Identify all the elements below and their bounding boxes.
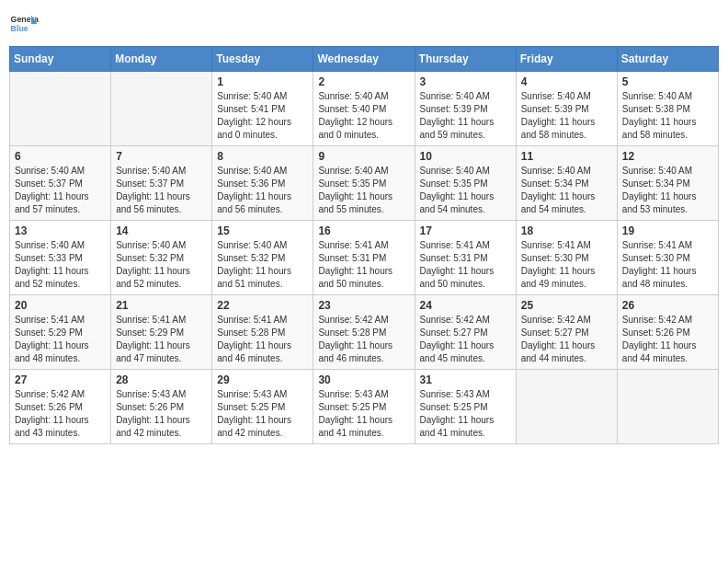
day-info: Sunrise: 5:42 AMSunset: 5:27 PMDaylight:… (420, 314, 511, 365)
day-of-week-header: Tuesday (212, 47, 313, 72)
calendar-cell: 26Sunrise: 5:42 AMSunset: 5:26 PMDayligh… (617, 295, 718, 370)
calendar-cell: 28Sunrise: 5:43 AMSunset: 5:26 PMDayligh… (111, 370, 212, 444)
calendar-cell: 13Sunrise: 5:40 AMSunset: 5:33 PMDayligh… (10, 221, 111, 295)
calendar-cell: 31Sunrise: 5:43 AMSunset: 5:25 PMDayligh… (415, 370, 516, 444)
day-number: 5 (622, 75, 713, 88)
calendar-cell: 29Sunrise: 5:43 AMSunset: 5:25 PMDayligh… (212, 370, 313, 444)
calendar-cell: 20Sunrise: 5:41 AMSunset: 5:29 PMDayligh… (10, 295, 111, 370)
day-info: Sunrise: 5:42 AMSunset: 5:26 PMDaylight:… (15, 388, 106, 440)
calendar-cell: 15Sunrise: 5:40 AMSunset: 5:32 PMDayligh… (212, 221, 313, 295)
day-of-week-header: Monday (111, 47, 212, 72)
calendar-cell: 16Sunrise: 5:41 AMSunset: 5:31 PMDayligh… (313, 221, 415, 295)
day-number: 22 (217, 299, 308, 312)
day-number: 6 (15, 150, 106, 163)
day-number: 29 (217, 373, 308, 386)
calendar-cell (111, 72, 212, 146)
day-info: Sunrise: 5:41 AMSunset: 5:30 PMDaylight:… (521, 239, 612, 291)
day-of-week-header: Wednesday (313, 47, 415, 72)
day-info: Sunrise: 5:41 AMSunset: 5:31 PMDaylight:… (318, 239, 409, 291)
calendar-cell: 12Sunrise: 5:40 AMSunset: 5:34 PMDayligh… (617, 146, 718, 221)
day-info: Sunrise: 5:41 AMSunset: 5:29 PMDaylight:… (116, 314, 207, 365)
calendar-cell: 21Sunrise: 5:41 AMSunset: 5:29 PMDayligh… (111, 295, 212, 370)
day-of-week-header: Sunday (10, 47, 111, 72)
calendar-cell (10, 72, 111, 146)
calendar-cell: 23Sunrise: 5:42 AMSunset: 5:28 PMDayligh… (313, 295, 415, 370)
day-number: 3 (420, 75, 511, 88)
calendar-cell: 14Sunrise: 5:40 AMSunset: 5:32 PMDayligh… (111, 221, 212, 295)
day-number: 13 (15, 224, 106, 237)
day-info: Sunrise: 5:40 AMSunset: 5:37 PMDaylight:… (15, 165, 106, 216)
day-info: Sunrise: 5:40 AMSunset: 5:32 PMDaylight:… (217, 239, 308, 291)
calendar-cell: 19Sunrise: 5:41 AMSunset: 5:30 PMDayligh… (617, 221, 718, 295)
logo-icon: General Blue (9, 9, 39, 39)
day-info: Sunrise: 5:43 AMSunset: 5:25 PMDaylight:… (318, 388, 409, 440)
calendar-cell: 25Sunrise: 5:42 AMSunset: 5:27 PMDayligh… (516, 295, 617, 370)
day-info: Sunrise: 5:42 AMSunset: 5:28 PMDaylight:… (318, 314, 409, 365)
day-number: 4 (521, 75, 612, 88)
day-number: 2 (318, 75, 409, 88)
calendar-cell (516, 370, 617, 444)
calendar-cell: 7Sunrise: 5:40 AMSunset: 5:37 PMDaylight… (111, 146, 212, 221)
day-info: Sunrise: 5:40 AMSunset: 5:35 PMDaylight:… (318, 165, 409, 216)
day-info: Sunrise: 5:40 AMSunset: 5:33 PMDaylight:… (15, 239, 106, 291)
day-info: Sunrise: 5:41 AMSunset: 5:28 PMDaylight:… (217, 314, 308, 365)
day-info: Sunrise: 5:41 AMSunset: 5:29 PMDaylight:… (15, 314, 106, 365)
day-number: 31 (420, 373, 511, 386)
calendar-week-row: 20Sunrise: 5:41 AMSunset: 5:29 PMDayligh… (10, 295, 719, 370)
svg-text:Blue: Blue (11, 24, 28, 33)
day-number: 8 (217, 150, 308, 163)
day-info: Sunrise: 5:43 AMSunset: 5:25 PMDaylight:… (217, 388, 308, 440)
day-number: 7 (116, 150, 207, 163)
day-number: 18 (521, 224, 612, 237)
day-number: 24 (420, 299, 511, 312)
day-info: Sunrise: 5:40 AMSunset: 5:34 PMDaylight:… (622, 165, 713, 216)
calendar-body: 1Sunrise: 5:40 AMSunset: 5:41 PMDaylight… (10, 72, 719, 444)
day-info: Sunrise: 5:43 AMSunset: 5:25 PMDaylight:… (420, 388, 511, 440)
day-info: Sunrise: 5:42 AMSunset: 5:26 PMDaylight:… (622, 314, 713, 365)
page-header: General Blue (9, 9, 719, 39)
day-info: Sunrise: 5:40 AMSunset: 5:36 PMDaylight:… (217, 165, 308, 216)
calendar-cell: 11Sunrise: 5:40 AMSunset: 5:34 PMDayligh… (516, 146, 617, 221)
day-number: 9 (318, 150, 409, 163)
day-number: 12 (622, 150, 713, 163)
calendar-week-row: 1Sunrise: 5:40 AMSunset: 5:41 PMDaylight… (10, 72, 719, 146)
calendar-cell: 8Sunrise: 5:40 AMSunset: 5:36 PMDaylight… (212, 146, 313, 221)
day-of-week-header: Thursday (415, 47, 516, 72)
day-number: 21 (116, 299, 207, 312)
day-number: 15 (217, 224, 308, 237)
day-number: 23 (318, 299, 409, 312)
day-info: Sunrise: 5:41 AMSunset: 5:30 PMDaylight:… (622, 239, 713, 291)
day-info: Sunrise: 5:40 AMSunset: 5:39 PMDaylight:… (521, 90, 612, 142)
day-info: Sunrise: 5:40 AMSunset: 5:35 PMDaylight:… (420, 165, 511, 216)
calendar-week-row: 6Sunrise: 5:40 AMSunset: 5:37 PMDaylight… (10, 146, 719, 221)
day-info: Sunrise: 5:41 AMSunset: 5:31 PMDaylight:… (420, 239, 511, 291)
calendar-cell: 3Sunrise: 5:40 AMSunset: 5:39 PMDaylight… (415, 72, 516, 146)
calendar-cell: 6Sunrise: 5:40 AMSunset: 5:37 PMDaylight… (10, 146, 111, 221)
calendar-week-row: 27Sunrise: 5:42 AMSunset: 5:26 PMDayligh… (10, 370, 719, 444)
day-info: Sunrise: 5:43 AMSunset: 5:26 PMDaylight:… (116, 388, 207, 440)
day-number: 30 (318, 373, 409, 386)
day-info: Sunrise: 5:40 AMSunset: 5:37 PMDaylight:… (116, 165, 207, 216)
day-of-week-header: Friday (516, 47, 617, 72)
calendar-cell: 22Sunrise: 5:41 AMSunset: 5:28 PMDayligh… (212, 295, 313, 370)
calendar-cell: 27Sunrise: 5:42 AMSunset: 5:26 PMDayligh… (10, 370, 111, 444)
day-number: 10 (420, 150, 511, 163)
calendar-cell: 30Sunrise: 5:43 AMSunset: 5:25 PMDayligh… (313, 370, 415, 444)
day-number: 27 (15, 373, 106, 386)
day-info: Sunrise: 5:40 AMSunset: 5:38 PMDaylight:… (622, 90, 713, 142)
calendar-cell: 9Sunrise: 5:40 AMSunset: 5:35 PMDaylight… (313, 146, 415, 221)
day-number: 19 (622, 224, 713, 237)
day-info: Sunrise: 5:40 AMSunset: 5:41 PMDaylight:… (217, 90, 308, 142)
day-info: Sunrise: 5:40 AMSunset: 5:39 PMDaylight:… (420, 90, 511, 142)
calendar-cell: 4Sunrise: 5:40 AMSunset: 5:39 PMDaylight… (516, 72, 617, 146)
calendar-cell: 1Sunrise: 5:40 AMSunset: 5:41 PMDaylight… (212, 72, 313, 146)
calendar-cell: 5Sunrise: 5:40 AMSunset: 5:38 PMDaylight… (617, 72, 718, 146)
day-info: Sunrise: 5:40 AMSunset: 5:34 PMDaylight:… (521, 165, 612, 216)
day-number: 1 (217, 75, 308, 88)
logo: General Blue (9, 9, 39, 39)
calendar-cell: 2Sunrise: 5:40 AMSunset: 5:40 PMDaylight… (313, 72, 415, 146)
day-number: 17 (420, 224, 511, 237)
calendar-cell: 10Sunrise: 5:40 AMSunset: 5:35 PMDayligh… (415, 146, 516, 221)
day-info: Sunrise: 5:40 AMSunset: 5:32 PMDaylight:… (116, 239, 207, 291)
calendar-cell (617, 370, 718, 444)
